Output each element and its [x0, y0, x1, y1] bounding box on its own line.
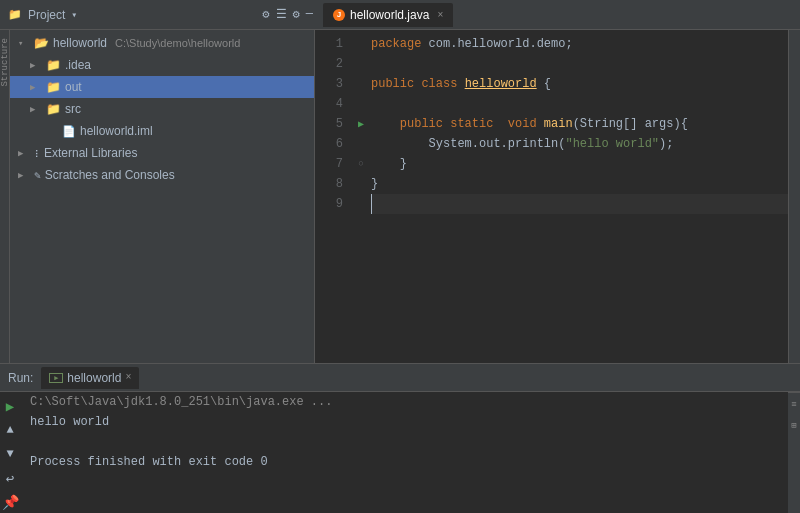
folder-icon-out: 📁 [46, 80, 61, 95]
tree-arrow-extlibs: ▶ [18, 148, 30, 159]
main-area: Structure ▾ 📂 helloworld C:\Study\demo\h… [0, 30, 800, 363]
gutter-line-3 [351, 74, 371, 94]
gutter-line-2 [351, 54, 371, 74]
top-bar: 📁 Project ▾ ⚙ ☰ ⚙ — J helloworld.java × [0, 0, 800, 30]
code-line-5: public static void main(String[] args){ [371, 114, 788, 134]
run-label: Run: [8, 371, 33, 385]
tree-label-src: src [65, 102, 81, 116]
file-icon-iml: 📄 [62, 125, 76, 138]
output-blank-line [30, 432, 788, 452]
gutter-line-8 [351, 174, 371, 194]
file-tab-helloworld[interactable]: J helloworld.java × [323, 3, 453, 27]
tree-label-scratches: Scratches and Consoles [45, 168, 175, 182]
folder-icon-src: 📁 [46, 102, 61, 117]
code-line-4 [371, 94, 788, 114]
close-panel-icon[interactable]: — [306, 7, 313, 22]
run-tab-name: helloworld [67, 371, 121, 385]
tree-item-external-libs[interactable]: ▶ ⫶ External Libraries [10, 142, 314, 164]
tree-item-iml[interactable]: 📄 helloworld.iml [10, 120, 314, 142]
settings-icon[interactable]: ⚙ [293, 7, 300, 22]
libs-icon: ⫶ [34, 147, 40, 160]
code-line-3: public class helloworld { [371, 74, 788, 94]
code-line-7: } [371, 154, 788, 174]
top-bar-left: 📁 Project ▾ ⚙ ☰ ⚙ — [8, 7, 313, 22]
tree-item-helloworld[interactable]: ▾ 📂 helloworld C:\Study\demo\helloworld [10, 32, 314, 54]
tree-arrow-scratches: ▶ [18, 170, 30, 181]
run-panel: Run: ▶ helloworld × ▶ ▲ ▼ ↩ 📌 C:\Soft\Ja… [0, 363, 800, 513]
panel-actions: ⚙ ☰ ⚙ — [262, 7, 313, 22]
console-icon: ▶ [49, 373, 63, 383]
line-numbers: 1 2 3 4 5 6 7 8 9 [315, 34, 351, 363]
file-tree: ▾ 📂 helloworld C:\Study\demo\helloworld … [10, 30, 314, 363]
sync-icon[interactable]: ⚙ [262, 7, 269, 22]
java-file-icon: J [333, 9, 345, 21]
run-pin-btn[interactable]: 📌 [0, 492, 20, 512]
gutter-line-5: ▶ [351, 114, 371, 134]
bottom-strip: ≡ ⊞ [788, 392, 800, 513]
tree-item-src[interactable]: ▶ 📁 src [10, 98, 314, 120]
run-sidebar: ▶ ▲ ▼ ↩ 📌 [0, 392, 30, 513]
project-panel: ▾ 📂 helloworld C:\Study\demo\helloworld … [10, 30, 315, 363]
gutter: ▶ ○ [351, 34, 371, 363]
tab-filename: helloworld.java [350, 8, 429, 22]
code-line-2 [371, 54, 788, 74]
code-content[interactable]: 1 2 3 4 5 6 7 8 9 ▶ ○ [315, 30, 788, 363]
run-tab-close[interactable]: × [125, 372, 131, 383]
left-structure-strip: Structure [0, 30, 10, 363]
code-line-6: System.out.println("hello world"); [371, 134, 788, 154]
tree-label-iml: helloworld.iml [80, 124, 153, 138]
run-gutter-arrow[interactable]: ▶ [358, 118, 364, 130]
structure-label[interactable]: Structure [0, 30, 10, 95]
tree-arrow-helloworld: ▾ [18, 38, 30, 49]
tree-item-idea[interactable]: ▶ 📁 .idea [10, 54, 314, 76]
collapse-icon[interactable]: ☰ [276, 7, 287, 22]
run-down-btn[interactable]: ▼ [0, 444, 20, 464]
run-up-btn[interactable]: ▲ [0, 420, 20, 440]
gutter-line-7: ○ [351, 154, 371, 174]
folder-icon-helloworld: 📂 [34, 36, 49, 51]
tree-label-helloworld: helloworld [53, 36, 107, 50]
tree-item-out[interactable]: ▶ 📁 out [10, 76, 314, 98]
gutter-line-4 [351, 94, 371, 114]
folder-icon-idea: 📁 [46, 58, 61, 73]
tree-label-extlibs: External Libraries [44, 146, 137, 160]
run-play-btn[interactable]: ▶ [0, 396, 20, 416]
top-bar-right: J helloworld.java × [313, 3, 792, 27]
tree-path-helloworld: C:\Study\demo\helloworld [115, 37, 240, 49]
project-dropdown-arrow[interactable]: ▾ [71, 9, 77, 21]
tree-arrow-out: ▶ [30, 82, 42, 93]
code-line-8: } [371, 174, 788, 194]
scratches-icon: ✎ [34, 169, 41, 182]
tree-arrow-src: ▶ [30, 104, 42, 115]
tab-close-btn[interactable]: × [437, 9, 443, 20]
run-panel-header: Run: ▶ helloworld × [0, 364, 800, 392]
tree-label-idea: .idea [65, 58, 91, 72]
breakpoint-placeholder-7: ○ [358, 159, 363, 169]
run-output: C:\Soft\Java\jdk1.8.0_251\bin\java.exe .… [30, 392, 788, 513]
tree-label-out: out [65, 80, 82, 94]
run-tab-helloworld[interactable]: ▶ helloworld × [41, 367, 139, 389]
gutter-line-9 [351, 194, 371, 214]
bottom-btn-1[interactable]: ≡ [789, 397, 799, 413]
editor-area: 1 2 3 4 5 6 7 8 9 ▶ ○ [315, 30, 788, 363]
output-cmd-line: C:\Soft\Java\jdk1.8.0_251\bin\java.exe .… [30, 392, 788, 412]
output-text-line: hello world [30, 412, 788, 432]
run-wrap-btn[interactable]: ↩ [0, 468, 20, 488]
right-strip [788, 30, 800, 363]
code-lines[interactable]: package com.helloworld.demo; public clas… [371, 34, 788, 363]
code-line-9 [371, 194, 788, 214]
gutter-line-6 [351, 134, 371, 154]
code-line-1: package com.helloworld.demo; [371, 34, 788, 54]
output-exit-line: Process finished with exit code 0 [30, 452, 788, 472]
tree-item-scratches[interactable]: ▶ ✎ Scratches and Consoles [10, 164, 314, 186]
project-title[interactable]: Project [28, 8, 65, 22]
run-panel-content-area: ▶ ▲ ▼ ↩ 📌 C:\Soft\Java\jdk1.8.0_251\bin\… [0, 392, 800, 513]
project-icon: 📁 [8, 8, 22, 21]
tree-arrow-idea: ▶ [30, 60, 42, 71]
gutter-line-1 [351, 34, 371, 54]
bottom-btn-2[interactable]: ⊞ [789, 417, 799, 433]
